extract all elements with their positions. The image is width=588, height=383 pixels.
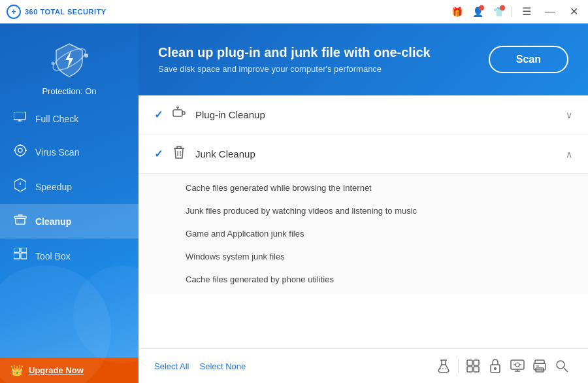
icon-separator-1	[458, 359, 459, 373]
svg-rect-15	[16, 218, 25, 224]
plugin-chevron-icon: ∨	[566, 110, 572, 120]
plugin-cleanup-left: ✓ Plug-in Cleanup	[154, 106, 265, 124]
shield-area: Protection: On	[0, 24, 139, 103]
toolbox-label: Tool Box	[35, 251, 71, 261]
lock-icon[interactable]	[485, 356, 506, 376]
sub-item-windows-junk[interactable]: Windows system junk files	[139, 245, 588, 268]
upgrade-bar[interactable]: 👑 Upgrade Now	[0, 358, 139, 383]
speedup-icon	[13, 178, 27, 195]
sidebar-item-virus-scan[interactable]: Virus Scan	[0, 135, 139, 169]
menu-button[interactable]: ☰	[517, 3, 536, 21]
sub-item-game-junk-label: Game and Application junk files	[186, 229, 304, 239]
svg-rect-25	[174, 148, 184, 149]
sidebar-item-cleanup[interactable]: Cleanup	[0, 204, 139, 239]
svg-rect-19	[14, 248, 20, 252]
sub-item-phone-cache[interactable]: Cache files generated by phone utilities	[139, 268, 588, 291]
junk-icon	[172, 145, 186, 163]
sidebar-item-speedup[interactable]: Speedup	[0, 169, 139, 204]
gift-icon[interactable]: 🎁	[449, 4, 465, 20]
select-all-link[interactable]: Select All	[154, 361, 189, 371]
plugin-cleanup-label: Plug-in Cleanup	[195, 109, 265, 120]
junk-cleanup-label: Junk Cleanup	[195, 148, 255, 159]
main-content: Clean up plug-in and junk file with one-…	[139, 24, 588, 383]
svg-rect-17	[14, 253, 20, 259]
banner-title: Clean up plug-in and junk file with one-…	[158, 45, 431, 60]
svg-point-2	[51, 61, 54, 65]
cleanup-area: ✓ Plug-in Cleanup ∨ ✓ Junk Cleanup	[139, 95, 588, 348]
svg-rect-34	[467, 367, 472, 372]
bottom-links: Select All Select None	[154, 361, 246, 371]
sub-item-internet-cache[interactable]: Cache files generated while browsing the…	[139, 176, 588, 199]
full-check-icon	[13, 112, 27, 125]
titlebar: + 360 TOTAL SECURITY 🎁 👤 👕 ☰ — ✕	[0, 0, 588, 24]
virus-scan-icon	[13, 144, 27, 160]
junk-cleanup-row[interactable]: ✓ Junk Cleanup ∧	[139, 135, 588, 174]
user-badge	[479, 5, 484, 10]
svg-point-41	[515, 363, 519, 367]
sub-item-phone-cache-label: Cache files generated by phone utilities	[186, 275, 334, 284]
gift-container[interactable]: 🎁	[449, 4, 465, 20]
upgrade-label[interactable]: Upgrade Now	[29, 365, 84, 375]
search-icon[interactable]	[551, 356, 572, 376]
sub-item-windows-junk-label: Windows system junk files	[186, 252, 285, 261]
cleanup-icon	[13, 213, 27, 229]
sidebar-item-toolbox[interactable]: Tool Box	[0, 239, 139, 273]
user-container[interactable]: 👤	[470, 4, 485, 20]
plugin-cleanup-row[interactable]: ✓ Plug-in Cleanup ∨	[139, 95, 588, 135]
svg-rect-20	[21, 248, 27, 252]
sub-item-media-junk-label: Junk files produced by watching videos a…	[186, 206, 417, 216]
sidebar: Protection: On Full Check Virus Scan Spe…	[0, 24, 139, 383]
grid-icon[interactable]	[463, 356, 483, 376]
bottom-tool-icons	[433, 356, 572, 376]
sub-item-internet-cache-label: Cache files generated while browsing the…	[186, 183, 372, 193]
sidebar-item-full-check[interactable]: Full Check	[0, 103, 139, 135]
logo-circle-icon: +	[7, 5, 21, 19]
shirt-badge	[500, 5, 505, 10]
app-logo: + 360 TOTAL SECURITY	[7, 5, 106, 19]
sub-item-game-junk[interactable]: Game and Application junk files	[139, 222, 588, 245]
svg-rect-21	[173, 110, 182, 116]
titlebar-controls: 🎁 👤 👕 ☰ — ✕	[449, 3, 583, 21]
printer-icon[interactable]	[529, 356, 550, 376]
virus-scan-label: Virus Scan	[35, 147, 79, 158]
desktop-icon[interactable]	[507, 356, 528, 376]
svg-line-49	[564, 368, 568, 372]
junk-sub-items: Cache files generated while browsing the…	[139, 174, 588, 293]
svg-point-6	[15, 145, 25, 156]
plugin-check-icon: ✓	[154, 108, 163, 121]
protection-status: Protection: On	[42, 86, 96, 96]
svg-rect-35	[474, 367, 479, 372]
cleanup-label: Cleanup	[35, 216, 71, 227]
junk-check-icon: ✓	[154, 148, 163, 160]
svg-rect-3	[14, 112, 25, 120]
titlebar-separator	[512, 7, 512, 17]
svg-rect-18	[21, 253, 27, 259]
sub-item-media-junk[interactable]: Junk files produced by watching videos a…	[139, 199, 588, 222]
junk-cleanup-left: ✓ Junk Cleanup	[154, 145, 255, 163]
scan-button[interactable]: Scan	[489, 46, 568, 73]
svg-point-1	[84, 54, 88, 58]
shirt-container[interactable]: 👕	[491, 4, 506, 20]
select-none-link[interactable]: Select None	[199, 361, 246, 371]
svg-rect-33	[474, 360, 479, 365]
app-name: 360 TOTAL SECURITY	[25, 8, 106, 16]
svg-rect-32	[467, 360, 472, 365]
junk-chevron-icon: ∧	[566, 149, 572, 159]
bottom-toolbar: Select All Select None	[139, 348, 588, 383]
svg-point-37	[494, 367, 497, 370]
full-check-label: Full Check	[35, 114, 78, 124]
shield-icon	[46, 37, 92, 82]
svg-point-7	[18, 148, 22, 152]
toolbox-icon	[13, 248, 27, 264]
speedup-label: Speedup	[35, 182, 72, 192]
banner-subtitle: Save disk space and improve your compute…	[158, 64, 431, 74]
svg-rect-22	[182, 112, 185, 114]
minimize-button[interactable]: —	[541, 3, 559, 21]
upgrade-crown-icon: 👑	[10, 364, 24, 376]
banner-text: Clean up plug-in and junk file with one-…	[158, 45, 431, 74]
banner: Clean up plug-in and junk file with one-…	[139, 24, 588, 95]
svg-point-48	[557, 361, 564, 369]
svg-rect-38	[511, 360, 524, 369]
close-button[interactable]: ✕	[564, 3, 583, 21]
flask-icon[interactable]	[433, 356, 454, 376]
